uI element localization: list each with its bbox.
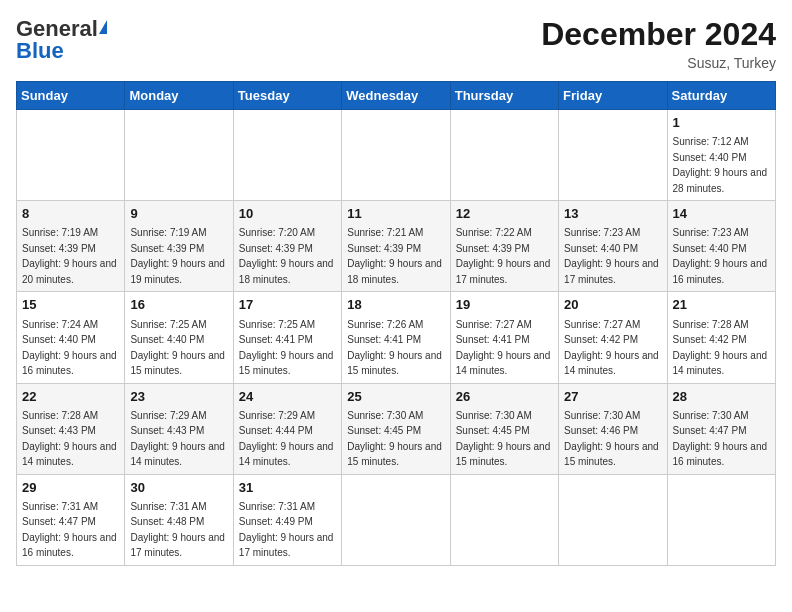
day-of-week-friday: Friday (559, 82, 667, 110)
calendar-cell: 25Sunrise: 7:30 AMSunset: 4:45 PMDayligh… (342, 383, 450, 474)
day-info: Sunrise: 7:26 AMSunset: 4:41 PMDaylight:… (347, 319, 442, 377)
calendar-cell: 15Sunrise: 7:24 AMSunset: 4:40 PMDayligh… (17, 292, 125, 383)
day-info: Sunrise: 7:29 AMSunset: 4:44 PMDaylight:… (239, 410, 334, 468)
calendar-week-row: 8Sunrise: 7:19 AMSunset: 4:39 PMDaylight… (17, 201, 776, 292)
day-info: Sunrise: 7:23 AMSunset: 4:40 PMDaylight:… (564, 227, 659, 285)
calendar-cell (125, 110, 233, 201)
day-number: 1 (673, 114, 770, 132)
day-info: Sunrise: 7:30 AMSunset: 4:45 PMDaylight:… (347, 410, 442, 468)
calendar-cell: 27Sunrise: 7:30 AMSunset: 4:46 PMDayligh… (559, 383, 667, 474)
day-info: Sunrise: 7:27 AMSunset: 4:42 PMDaylight:… (564, 319, 659, 377)
day-number: 21 (673, 296, 770, 314)
day-number: 11 (347, 205, 444, 223)
calendar-cell: 1Sunrise: 7:12 AMSunset: 4:40 PMDaylight… (667, 110, 775, 201)
calendar-cell: 19Sunrise: 7:27 AMSunset: 4:41 PMDayligh… (450, 292, 558, 383)
day-number: 30 (130, 479, 227, 497)
day-info: Sunrise: 7:25 AMSunset: 4:41 PMDaylight:… (239, 319, 334, 377)
logo: General Blue (16, 16, 108, 64)
day-number: 22 (22, 388, 119, 406)
day-number: 19 (456, 296, 553, 314)
day-number: 17 (239, 296, 336, 314)
calendar-cell: 9Sunrise: 7:19 AMSunset: 4:39 PMDaylight… (125, 201, 233, 292)
day-info: Sunrise: 7:12 AMSunset: 4:40 PMDaylight:… (673, 136, 768, 194)
day-number: 9 (130, 205, 227, 223)
calendar-week-row: 1Sunrise: 7:12 AMSunset: 4:40 PMDaylight… (17, 110, 776, 201)
calendar-cell (559, 110, 667, 201)
day-number: 27 (564, 388, 661, 406)
month-title: December 2024 (541, 16, 776, 53)
day-of-week-sunday: Sunday (17, 82, 125, 110)
calendar-cell (450, 110, 558, 201)
day-info: Sunrise: 7:31 AMSunset: 4:49 PMDaylight:… (239, 501, 334, 559)
day-info: Sunrise: 7:31 AMSunset: 4:47 PMDaylight:… (22, 501, 117, 559)
calendar-week-row: 22Sunrise: 7:28 AMSunset: 4:43 PMDayligh… (17, 383, 776, 474)
calendar-cell (342, 474, 450, 565)
calendar-cell: 14Sunrise: 7:23 AMSunset: 4:40 PMDayligh… (667, 201, 775, 292)
calendar-table: SundayMondayTuesdayWednesdayThursdayFrid… (16, 81, 776, 566)
calendar-cell (559, 474, 667, 565)
day-number: 31 (239, 479, 336, 497)
calendar-cell: 18Sunrise: 7:26 AMSunset: 4:41 PMDayligh… (342, 292, 450, 383)
day-info: Sunrise: 7:30 AMSunset: 4:47 PMDaylight:… (673, 410, 768, 468)
day-of-week-tuesday: Tuesday (233, 82, 341, 110)
calendar-header-row: SundayMondayTuesdayWednesdayThursdayFrid… (17, 82, 776, 110)
day-info: Sunrise: 7:28 AMSunset: 4:42 PMDaylight:… (673, 319, 768, 377)
day-number: 12 (456, 205, 553, 223)
day-number: 28 (673, 388, 770, 406)
day-info: Sunrise: 7:31 AMSunset: 4:48 PMDaylight:… (130, 501, 225, 559)
day-number: 20 (564, 296, 661, 314)
day-number: 10 (239, 205, 336, 223)
calendar-cell (342, 110, 450, 201)
calendar-cell: 13Sunrise: 7:23 AMSunset: 4:40 PMDayligh… (559, 201, 667, 292)
day-info: Sunrise: 7:21 AMSunset: 4:39 PMDaylight:… (347, 227, 442, 285)
calendar-cell (450, 474, 558, 565)
calendar-cell: 17Sunrise: 7:25 AMSunset: 4:41 PMDayligh… (233, 292, 341, 383)
day-of-week-wednesday: Wednesday (342, 82, 450, 110)
day-info: Sunrise: 7:25 AMSunset: 4:40 PMDaylight:… (130, 319, 225, 377)
calendar-cell: 8Sunrise: 7:19 AMSunset: 4:39 PMDaylight… (17, 201, 125, 292)
calendar-cell: 11Sunrise: 7:21 AMSunset: 4:39 PMDayligh… (342, 201, 450, 292)
day-of-week-saturday: Saturday (667, 82, 775, 110)
day-of-week-monday: Monday (125, 82, 233, 110)
calendar-cell: 28Sunrise: 7:30 AMSunset: 4:47 PMDayligh… (667, 383, 775, 474)
day-number: 29 (22, 479, 119, 497)
calendar-cell: 24Sunrise: 7:29 AMSunset: 4:44 PMDayligh… (233, 383, 341, 474)
day-info: Sunrise: 7:28 AMSunset: 4:43 PMDaylight:… (22, 410, 117, 468)
day-info: Sunrise: 7:24 AMSunset: 4:40 PMDaylight:… (22, 319, 117, 377)
day-info: Sunrise: 7:23 AMSunset: 4:40 PMDaylight:… (673, 227, 768, 285)
day-number: 26 (456, 388, 553, 406)
calendar-cell (233, 110, 341, 201)
day-of-week-thursday: Thursday (450, 82, 558, 110)
day-number: 8 (22, 205, 119, 223)
day-info: Sunrise: 7:30 AMSunset: 4:46 PMDaylight:… (564, 410, 659, 468)
calendar-cell: 10Sunrise: 7:20 AMSunset: 4:39 PMDayligh… (233, 201, 341, 292)
logo-blue: Blue (16, 38, 64, 64)
calendar-cell: 26Sunrise: 7:30 AMSunset: 4:45 PMDayligh… (450, 383, 558, 474)
calendar-cell: 12Sunrise: 7:22 AMSunset: 4:39 PMDayligh… (450, 201, 558, 292)
page-header: General Blue December 2024 Susuz, Turkey (16, 16, 776, 71)
day-info: Sunrise: 7:29 AMSunset: 4:43 PMDaylight:… (130, 410, 225, 468)
calendar-cell: 29Sunrise: 7:31 AMSunset: 4:47 PMDayligh… (17, 474, 125, 565)
day-number: 18 (347, 296, 444, 314)
day-info: Sunrise: 7:19 AMSunset: 4:39 PMDaylight:… (22, 227, 117, 285)
day-number: 23 (130, 388, 227, 406)
day-number: 15 (22, 296, 119, 314)
logo-triangle-icon (99, 20, 107, 34)
calendar-cell: 16Sunrise: 7:25 AMSunset: 4:40 PMDayligh… (125, 292, 233, 383)
calendar-cell (17, 110, 125, 201)
day-number: 24 (239, 388, 336, 406)
day-info: Sunrise: 7:22 AMSunset: 4:39 PMDaylight:… (456, 227, 551, 285)
calendar-cell: 23Sunrise: 7:29 AMSunset: 4:43 PMDayligh… (125, 383, 233, 474)
calendar-week-row: 29Sunrise: 7:31 AMSunset: 4:47 PMDayligh… (17, 474, 776, 565)
day-number: 25 (347, 388, 444, 406)
day-info: Sunrise: 7:19 AMSunset: 4:39 PMDaylight:… (130, 227, 225, 285)
calendar-cell: 20Sunrise: 7:27 AMSunset: 4:42 PMDayligh… (559, 292, 667, 383)
title-section: December 2024 Susuz, Turkey (541, 16, 776, 71)
calendar-cell: 22Sunrise: 7:28 AMSunset: 4:43 PMDayligh… (17, 383, 125, 474)
calendar-cell: 30Sunrise: 7:31 AMSunset: 4:48 PMDayligh… (125, 474, 233, 565)
day-number: 13 (564, 205, 661, 223)
day-number: 14 (673, 205, 770, 223)
calendar-cell (667, 474, 775, 565)
calendar-cell: 31Sunrise: 7:31 AMSunset: 4:49 PMDayligh… (233, 474, 341, 565)
calendar-week-row: 15Sunrise: 7:24 AMSunset: 4:40 PMDayligh… (17, 292, 776, 383)
